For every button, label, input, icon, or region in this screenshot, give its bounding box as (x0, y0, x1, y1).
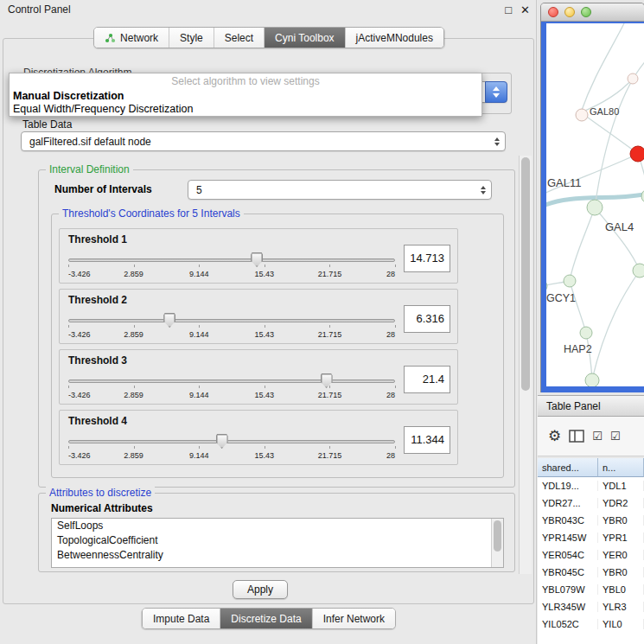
tab-cyni-toolbox[interactable]: Cyni Toolbox (265, 28, 345, 48)
panel-scrollbar[interactable] (519, 156, 532, 574)
tick-mark (395, 265, 396, 267)
network-icon (105, 33, 116, 43)
zoom-window-icon[interactable] (581, 7, 591, 17)
tab-select[interactable]: Select (214, 28, 265, 48)
threshold-value-input[interactable]: 11.344 (404, 426, 450, 454)
table-cell[interactable]: YER054C (538, 550, 598, 560)
table-cell[interactable]: YDR27... (538, 498, 598, 508)
slider-track[interactable] (68, 440, 395, 443)
table-row[interactable]: YBR043CYBR0 (538, 512, 644, 529)
combo-stepper-icon[interactable] (485, 81, 507, 103)
threshold-3-slider[interactable]: -3.426 2.859 9.144 15.43 21.715 28 (68, 371, 395, 404)
table-data-combobox[interactable]: galFiltered.sif default node (21, 131, 506, 151)
threshold-3-panel: Threshold 3 -3.426 2.859 9.144 15.43 21.… (59, 349, 458, 405)
slider-thumb[interactable] (163, 313, 175, 328)
column-header[interactable]: n... (598, 458, 644, 477)
scrollbar-thumb[interactable] (494, 520, 501, 552)
slider-track[interactable] (68, 258, 395, 262)
threshold-2-slider[interactable]: -3.426 2.859 9.144 15.43 21.715 28 (68, 310, 395, 343)
network-node[interactable] (633, 264, 644, 277)
table-row[interactable]: YBL079WYBL0 (538, 581, 644, 598)
list-scrollbar[interactable] (491, 519, 503, 567)
slider-thumb[interactable] (321, 373, 333, 388)
table-cell[interactable]: YDL19... (538, 481, 598, 491)
threshold-4-slider[interactable]: -3.426 2.859 9.144 15.43 21.715 28 (68, 431, 395, 464)
table-cell[interactable]: YER0 (598, 550, 644, 560)
network-node[interactable] (628, 73, 638, 84)
slider-track[interactable] (68, 379, 395, 383)
tab-label: Style (180, 32, 203, 44)
tick-mark (68, 446, 69, 449)
interval-definition-group: Interval Definition Number of Intervals … (38, 169, 515, 488)
tab-style[interactable]: Style (169, 28, 214, 48)
network-edge (581, 112, 638, 154)
list-item[interactable]: BetweennessCentrality (52, 548, 503, 563)
table-cell[interactable]: YIL0 (598, 619, 644, 629)
tab-network[interactable]: Network (94, 28, 169, 48)
threshold-1-slider[interactable]: -3.426 2.859 9.144 15.43 21.715 28 (68, 250, 395, 283)
table-cell[interactable]: YIL052C (538, 619, 598, 629)
table-cell[interactable]: YBR043C (538, 515, 598, 526)
table-row[interactable]: YBR045CYBR0 (538, 564, 644, 581)
table-cell[interactable]: YLR345W (538, 602, 598, 612)
number-of-intervals-combobox[interactable]: 5 (188, 180, 492, 200)
columns-icon[interactable] (569, 430, 584, 443)
arrow-up-icon (493, 86, 500, 91)
select-rows-checkbox-icon[interactable]: ☑ (610, 430, 621, 442)
network-window-titlebar[interactable] (541, 3, 644, 22)
minimize-window-icon[interactable] (564, 7, 575, 17)
network-node[interactable] (585, 373, 599, 386)
column-header[interactable]: shared... (538, 458, 598, 477)
apply-button[interactable]: Apply (233, 580, 288, 599)
network-node[interactable] (580, 327, 592, 339)
table-cell[interactable]: YDR2 (598, 498, 644, 508)
scrollbar-thumb[interactable] (521, 157, 530, 391)
close-panel-icon[interactable]: ✕ (520, 3, 530, 16)
table-cell[interactable]: YBR0 (598, 567, 644, 577)
menu-item-manual-discretization[interactable]: Manual Discretization (10, 90, 481, 103)
table-row[interactable]: YDR27...YDR2 (538, 494, 644, 512)
network-canvas[interactable]: GAL80 GAL11 GAL4 GCY1 HAP2 (546, 23, 644, 386)
network-node[interactable] (576, 109, 588, 121)
close-window-icon[interactable] (548, 7, 558, 17)
table-cell[interactable]: YDL1 (598, 481, 644, 491)
select-all-checkbox-icon[interactable]: ☑ (592, 430, 603, 442)
float-panel-icon[interactable]: □ (505, 3, 512, 16)
table-row[interactable]: YIL052CYIL0 (538, 615, 644, 633)
tab-infer-network[interactable]: Infer Network (313, 609, 395, 628)
network-node[interactable] (546, 280, 547, 292)
menu-item-equal-width-frequency[interactable]: Equal Width/Frequency Discretization (10, 103, 481, 116)
network-node[interactable] (564, 275, 576, 287)
tick-mark (265, 325, 265, 328)
table-cell[interactable]: YLR3 (598, 602, 644, 612)
table-cell[interactable]: YBL079W (538, 584, 598, 595)
threshold-value-input[interactable]: 14.713 (404, 245, 450, 272)
list-item[interactable]: SelfLoops (52, 519, 503, 533)
slider-thumb[interactable] (216, 434, 228, 449)
tab-jactivemnodules[interactable]: jActiveMNodules (346, 28, 443, 48)
tick-mark (329, 446, 330, 449)
network-node[interactable] (587, 200, 603, 215)
threshold-value-input[interactable]: 6.316 (404, 305, 450, 333)
gear-icon[interactable]: ⚙ (548, 429, 561, 443)
tick-mark (265, 265, 265, 267)
table-row[interactable]: YPR145WYPR1 (538, 529, 644, 546)
slider-track[interactable] (68, 319, 395, 322)
tab-impute-data[interactable]: Impute Data (143, 609, 220, 628)
table-cell[interactable]: YPR145W (538, 532, 598, 543)
list-item[interactable]: TopologicalCoefficient (52, 533, 503, 548)
table-cell[interactable]: YPR1 (598, 532, 644, 543)
numerical-attributes-list[interactable]: SelfLoops TopologicalCoefficient Between… (51, 518, 504, 568)
table-row[interactable]: YLR345WYLR3 (538, 598, 644, 615)
threshold-value-input[interactable]: 21.4 (404, 366, 450, 393)
panel-splitter[interactable] (536, 0, 537, 644)
table-row[interactable]: YDL19...YDL1 (538, 477, 644, 494)
tab-discretize-data[interactable]: Discretize Data (220, 609, 312, 628)
table-row[interactable]: YER054CYER0 (538, 546, 644, 564)
table-cell[interactable]: YBL0 (598, 584, 644, 595)
slider-thumb[interactable] (251, 252, 263, 267)
table-cell[interactable]: YBR045C (538, 567, 598, 577)
node-label: HAP2 (564, 343, 592, 355)
table-cell[interactable]: YBR0 (598, 515, 644, 526)
network-node-selected[interactable] (630, 146, 644, 162)
